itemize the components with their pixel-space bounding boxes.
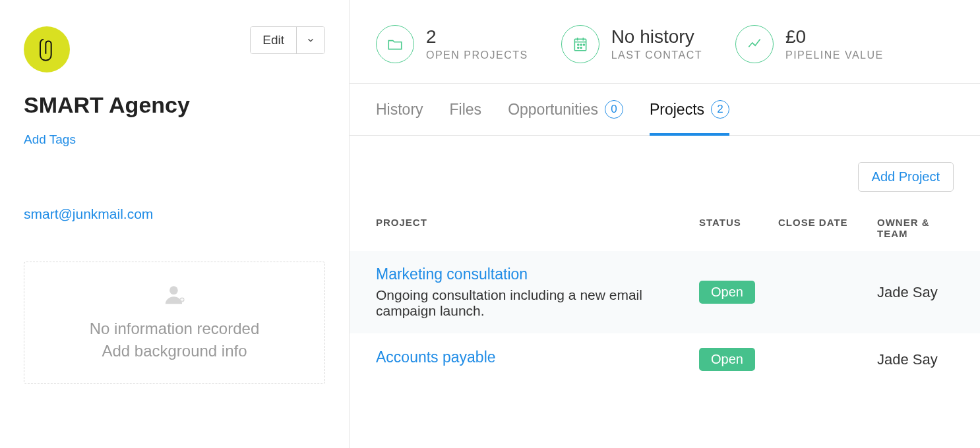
project-owner: Jade Say	[877, 284, 954, 301]
svg-point-0	[169, 286, 178, 294]
svg-point-7	[580, 47, 582, 48]
status-badge: Open	[699, 348, 755, 371]
company-avatar	[24, 26, 70, 72]
project-owner: Jade Say	[877, 351, 954, 368]
status-badge: Open	[699, 281, 755, 304]
stat-last-contact-label: LAST CONTACT	[611, 49, 702, 61]
col-header-close-date: CLOSE DATE	[778, 217, 877, 239]
col-header-status: STATUS	[699, 217, 778, 239]
edit-dropdown-button[interactable]	[296, 27, 324, 53]
add-background-link[interactable]: Add background info	[31, 342, 318, 360]
paperclip-icon	[34, 36, 60, 63]
svg-point-4	[580, 44, 582, 45]
stat-open-projects-value: 2	[426, 27, 528, 47]
company-email-link[interactable]: smart@junkmail.com	[24, 206, 153, 222]
trend-icon	[735, 25, 774, 63]
stat-pipeline-value-label: PIPELINE VALUE	[785, 49, 884, 61]
projects-subheader: Add Project	[350, 136, 980, 210]
col-header-owner: OWNER & TEAM	[877, 217, 954, 239]
svg-point-3	[577, 44, 578, 45]
main-panel: 2 OPEN PROJECTS No history LAST CONTACT	[350, 0, 980, 448]
tab-projects-label: Projects	[650, 101, 704, 119]
stat-pipeline-value: £0 PIPELINE VALUE	[735, 25, 884, 63]
calendar-icon	[561, 25, 599, 63]
col-header-project: PROJECT	[376, 217, 699, 239]
table-row: Accounts payable Open Jade Say	[350, 333, 980, 385]
stat-last-contact-value: No history	[611, 27, 702, 47]
chevron-down-icon	[306, 36, 315, 45]
stat-open-projects: 2 OPEN PROJECTS	[376, 25, 528, 63]
add-tags-link[interactable]: Add Tags	[24, 132, 76, 147]
svg-point-6	[577, 47, 578, 48]
folder-icon	[376, 25, 414, 63]
tab-opportunities-count: 0	[605, 100, 623, 119]
stat-pipeline-value-value: £0	[785, 27, 884, 47]
tab-projects[interactable]: Projects 2	[650, 84, 729, 135]
edit-button-group: Edit	[250, 26, 325, 54]
projects-table-header: PROJECT STATUS CLOSE DATE OWNER & TEAM	[350, 210, 980, 251]
tab-files[interactable]: Files	[450, 84, 482, 135]
project-description: Ongoing consultation including a new ema…	[376, 287, 659, 319]
add-project-button[interactable]: Add Project	[858, 162, 954, 192]
sidebar-top: Edit	[24, 26, 325, 72]
table-row: Marketing consultation Ongoing consultat…	[350, 251, 980, 333]
tab-projects-count: 2	[711, 100, 729, 119]
stats-row: 2 OPEN PROJECTS No history LAST CONTACT	[350, 0, 980, 83]
svg-point-5	[583, 44, 584, 45]
project-link[interactable]: Marketing consultation	[376, 266, 528, 283]
tab-history[interactable]: History	[376, 84, 423, 135]
tabs-nav: History Files Opportunities 0 Projects 2	[350, 83, 980, 136]
app-layout: Edit SMART Agency Add Tags smart@junkmai…	[0, 0, 980, 448]
tab-opportunities[interactable]: Opportunities 0	[508, 84, 623, 135]
project-link[interactable]: Accounts payable	[376, 349, 496, 366]
edit-button[interactable]: Edit	[251, 27, 296, 53]
company-name: SMART Agency	[24, 92, 325, 118]
tab-opportunities-label: Opportunities	[508, 101, 598, 119]
no-info-text: No information recorded	[31, 320, 318, 338]
add-person-icon	[31, 282, 318, 310]
sidebar: Edit SMART Agency Add Tags smart@junkmai…	[0, 0, 350, 448]
stat-last-contact: No history LAST CONTACT	[561, 25, 702, 63]
stat-open-projects-label: OPEN PROJECTS	[426, 49, 528, 61]
background-info-card: No information recorded Add background i…	[24, 262, 325, 384]
